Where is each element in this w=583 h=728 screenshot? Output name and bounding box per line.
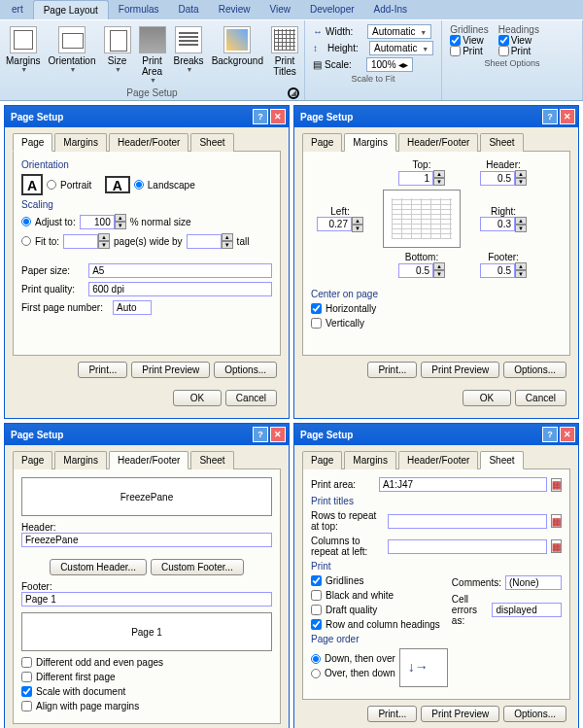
gridlines-print-checkbox[interactable] [450, 46, 461, 56]
margin-header-input[interactable]: 0.5 [480, 171, 515, 186]
tab-header-footer[interactable]: Header/Footer [109, 451, 189, 469]
help-button[interactable]: ? [253, 109, 268, 124]
preview-button[interactable]: Print Preview [131, 362, 210, 378]
footer-dropdown[interactable]: Page 1 [21, 592, 272, 607]
over-down-radio[interactable] [311, 669, 321, 678]
down-over-radio[interactable] [311, 654, 321, 664]
ok-button[interactable]: OK [463, 390, 511, 406]
close-button[interactable]: ✕ [270, 427, 286, 442]
close-button[interactable]: ✕ [560, 427, 575, 442]
print-titles-button[interactable]: Print Titles [269, 24, 300, 79]
cancel-button[interactable]: Cancel [225, 390, 277, 406]
tab-header-footer[interactable]: Header/Footer [109, 133, 189, 152]
tab-sheet[interactable]: Sheet [190, 451, 233, 469]
ribbon-tab[interactable]: View [259, 0, 300, 19]
dialog-launcher-icon[interactable]: ◢ [288, 87, 299, 99]
align-margins-checkbox[interactable] [21, 701, 32, 711]
tab-sheet[interactable]: Sheet [480, 451, 523, 469]
diff-first-checkbox[interactable] [21, 672, 32, 682]
ribbon-tab[interactable]: Developer [300, 0, 364, 19]
adjust-radio[interactable] [21, 217, 31, 226]
tab-margins[interactable]: Margins [344, 451, 396, 469]
print-quality-dropdown[interactable]: 600 dpi [88, 282, 272, 296]
tab-page[interactable]: Page [302, 133, 342, 152]
breaks-button[interactable]: Breaks▼ [172, 24, 206, 75]
center-vertical-checkbox[interactable] [311, 318, 322, 329]
tab-header-footer[interactable]: Header/Footer [398, 133, 478, 152]
margin-left-input[interactable]: 0.27 [317, 217, 352, 231]
print-area-button[interactable]: Print Area▼ [137, 24, 168, 86]
cancel-button[interactable]: Cancel [515, 390, 566, 406]
rows-repeat-input[interactable] [388, 514, 547, 529]
headings-view-checkbox[interactable] [498, 35, 509, 46]
background-button[interactable]: Background [210, 24, 265, 68]
tab-header-footer[interactable]: Header/Footer [398, 451, 478, 469]
ribbon-tab[interactable]: Review [209, 0, 260, 19]
preview-button[interactable]: Print Preview [421, 706, 499, 722]
diff-odd-even-checkbox[interactable] [21, 657, 32, 668]
ref-selector-button[interactable]: ▦ [551, 478, 562, 492]
scale-spinner[interactable]: 100% ◂▸ [366, 57, 413, 72]
options-button[interactable]: Options... [503, 706, 566, 722]
landscape-radio[interactable] [134, 180, 144, 190]
fit-radio[interactable] [21, 236, 31, 246]
help-button[interactable]: ? [542, 427, 558, 442]
first-page-input[interactable]: Auto [113, 300, 152, 315]
tab-page[interactable]: Page [13, 451, 52, 469]
errors-dropdown[interactable]: displayed [492, 603, 562, 617]
gridlines-view-checkbox[interactable] [450, 35, 461, 46]
ribbon-tab[interactable]: Add-Ins [364, 0, 417, 19]
size-button[interactable]: Size▼ [102, 24, 133, 75]
print-button[interactable]: Print... [367, 362, 417, 378]
margin-bottom-input[interactable]: 0.5 [398, 263, 433, 278]
header-dropdown[interactable]: FreezePane [21, 533, 272, 547]
preview-button[interactable]: Print Preview [421, 362, 499, 378]
margin-footer-input[interactable]: 0.5 [480, 263, 515, 278]
center-horizontal-checkbox[interactable] [311, 303, 322, 314]
ribbon-tab[interactable]: Formulas [109, 0, 169, 19]
comments-dropdown[interactable]: (None) [505, 575, 562, 590]
gridlines-checkbox[interactable] [311, 575, 322, 586]
help-button[interactable]: ? [253, 427, 268, 442]
print-button[interactable]: Print... [367, 706, 417, 722]
margins-button[interactable]: Margins▼ [4, 24, 43, 75]
help-button[interactable]: ? [542, 109, 558, 124]
portrait-radio[interactable] [47, 180, 56, 190]
options-button[interactable]: Options... [503, 362, 566, 378]
tab-margins[interactable]: Margins [54, 451, 107, 469]
orientation-button[interactable]: Orientation▼ [47, 24, 98, 75]
headings-print-checkbox[interactable] [498, 46, 509, 56]
tab-sheet[interactable]: Sheet [480, 133, 523, 152]
close-button[interactable]: ✕ [560, 109, 575, 124]
tab-margins[interactable]: Margins [54, 133, 107, 152]
tab-sheet[interactable]: Sheet [190, 133, 233, 152]
custom-header-button[interactable]: Custom Header... [50, 559, 147, 575]
scale-doc-checkbox[interactable] [21, 686, 32, 697]
print-button[interactable]: Print... [78, 362, 127, 378]
cols-repeat-input[interactable] [388, 539, 547, 554]
ribbon-tab[interactable]: ert [2, 0, 33, 19]
ok-button[interactable]: OK [173, 390, 222, 406]
tab-page[interactable]: Page [13, 133, 52, 152]
tab-page[interactable]: Page [302, 451, 342, 469]
draft-checkbox[interactable] [311, 605, 322, 615]
margin-top-input[interactable]: 1 [398, 171, 433, 186]
close-button[interactable]: ✕ [270, 109, 286, 124]
tab-margins[interactable]: Margins [344, 133, 396, 152]
ref-selector-button[interactable]: ▦ [551, 514, 562, 528]
height-dropdown[interactable]: Automatic ▼ [369, 41, 433, 55]
ref-selector-button[interactable]: ▦ [551, 539, 562, 553]
options-button[interactable]: Options... [214, 362, 277, 378]
row-col-headings-checkbox[interactable] [311, 619, 322, 630]
ribbon-tab-page-layout[interactable]: Page Layout [33, 0, 109, 19]
fit-wide-input[interactable] [63, 234, 98, 249]
width-dropdown[interactable]: Automatic ▼ [367, 24, 431, 39]
paper-size-dropdown[interactable]: A5 [88, 263, 272, 278]
adjust-input[interactable]: 100 [80, 215, 115, 229]
ribbon-tab[interactable]: Data [169, 0, 209, 19]
custom-footer-button[interactable]: Custom Footer... [151, 559, 244, 575]
margin-right-input[interactable]: 0.3 [480, 217, 515, 231]
fit-tall-input[interactable] [187, 234, 222, 249]
bw-checkbox[interactable] [311, 590, 322, 601]
print-area-input[interactable]: A1:J47 [379, 477, 547, 492]
